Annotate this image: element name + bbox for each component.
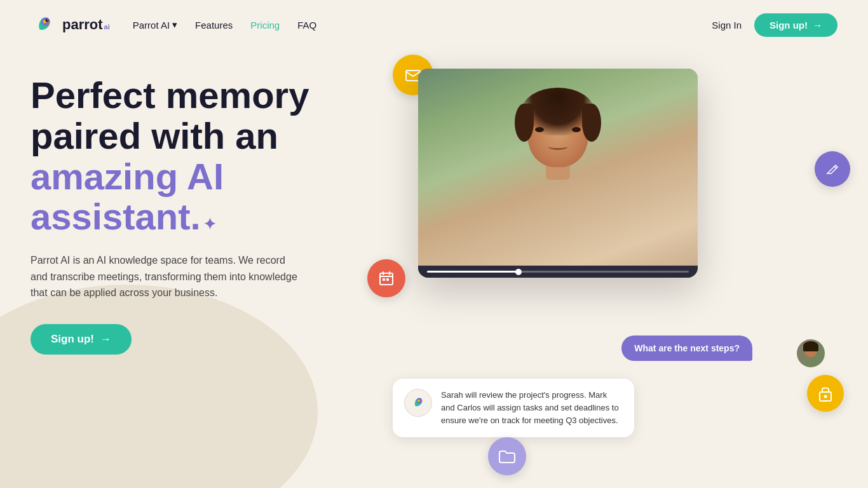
nav-left: parrotai Parrot AI ▾ Features Pricing FA… xyxy=(31,11,316,38)
edit-icon xyxy=(815,151,850,187)
chevron-down-icon: ▾ xyxy=(172,19,177,30)
sign-in-button[interactable]: Sign In xyxy=(712,20,742,30)
ai-response-text: Sarah will review the project's progress… xyxy=(441,389,623,427)
folder-icon xyxy=(488,437,526,475)
svg-point-2 xyxy=(47,19,48,20)
ai-avatar xyxy=(404,389,432,417)
hero-title: Perfect memorypaired with an amazing AI … xyxy=(31,75,336,237)
hero-description: Parrot AI is an AI knowledge space for t… xyxy=(31,252,297,301)
logo-text: parrotai xyxy=(62,17,110,33)
nav-links: Parrot AI ▾ Features Pricing FAQ xyxy=(133,19,316,30)
arrow-right-icon: → xyxy=(100,333,111,346)
lock-icon xyxy=(807,375,844,412)
parrot-logo-icon xyxy=(31,11,57,38)
chat-area: What are the next steps? xyxy=(393,336,825,437)
svg-rect-6 xyxy=(386,278,389,281)
nav-link-parrot-ai[interactable]: Parrot AI ▾ xyxy=(133,19,177,30)
navigation: parrotai Parrot AI ▾ Features Pricing FA… xyxy=(0,0,868,50)
hero-cta-button[interactable]: Sign up! → xyxy=(31,324,132,355)
logo[interactable]: parrotai xyxy=(31,11,110,38)
ai-chat-bubble: Sarah will review the project's progress… xyxy=(393,379,634,437)
video-progress-bar[interactable] xyxy=(427,271,689,273)
user-chat-row: What are the next steps? xyxy=(393,336,825,371)
hero-section: Perfect memorypaired with an amazing AI … xyxy=(0,50,868,469)
svg-point-1 xyxy=(46,19,49,22)
video-placeholder xyxy=(418,69,698,266)
user-chat-bubble: What are the next steps? xyxy=(621,336,752,361)
nav-link-pricing[interactable]: Pricing xyxy=(250,20,280,30)
svg-point-8 xyxy=(824,395,827,398)
video-card xyxy=(418,69,698,278)
video-controls[interactable] xyxy=(418,266,698,278)
nav-link-faq[interactable]: FAQ xyxy=(297,20,316,30)
sign-up-button-nav[interactable]: Sign up! → xyxy=(754,13,837,37)
hero-right: What are the next steps? xyxy=(361,62,837,469)
hero-left: Perfect memorypaired with an amazing AI … xyxy=(31,62,336,355)
arrow-right-icon: → xyxy=(813,20,822,30)
svg-rect-5 xyxy=(383,278,385,281)
calendar-icon xyxy=(367,259,405,297)
progress-dot xyxy=(515,269,522,275)
progress-fill xyxy=(427,271,519,273)
nav-right: Sign In Sign up! → xyxy=(712,13,837,37)
nav-link-features[interactable]: Features xyxy=(195,20,233,30)
